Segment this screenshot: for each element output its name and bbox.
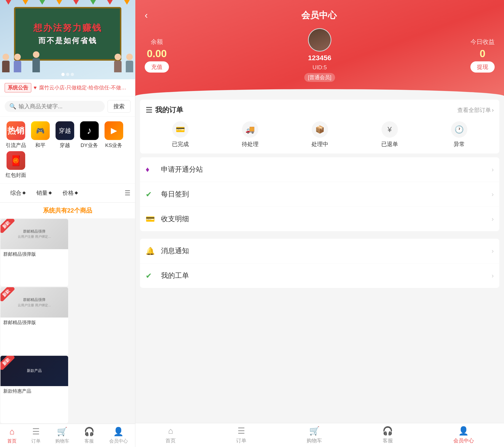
nav-left-home[interactable]: ⌂ 首页	[7, 427, 17, 444]
bottom-nav-right: ⌂ 首页 ☰ 订单 🛒 购物车 🎧 客服 👤 会员中心	[135, 423, 504, 447]
order-status-completed[interactable]: 💳 已完成	[172, 121, 189, 148]
member-info-row: 余额 0.00 充值 123456 UID:5 [普通会员] 今日收益 0 提现	[145, 28, 495, 82]
balance-value: 0.00	[147, 48, 167, 59]
product-card-3[interactable]: 新款产品 新款特惠产品	[0, 356, 68, 423]
sort-comprehensive[interactable]: 综合	[5, 187, 31, 198]
product-sub-1: 云用户注册 用户绑定...	[18, 235, 51, 239]
menu-item-checkin[interactable]: ✔ 每日签到 ›	[140, 182, 499, 207]
category-cross[interactable]: 穿越 穿越	[54, 121, 76, 149]
worksheet-arrow-icon: ›	[492, 272, 494, 280]
product-card-body-2: 群邮精品强弹版	[0, 318, 68, 328]
nav-left-service[interactable]: 🎧 客服	[84, 427, 94, 444]
category-peace[interactable]: 🎮 和平	[29, 121, 51, 149]
nav-right-member[interactable]: 👤 会员中心	[453, 426, 474, 444]
order-status-completed-label: 已完成	[172, 141, 189, 148]
back-button[interactable]: ‹	[145, 10, 148, 20]
banner-dot-2[interactable]	[66, 73, 69, 76]
finance-label: 收支明细	[161, 214, 492, 224]
menu-item-finance[interactable]: 💳 收支明细 ›	[140, 207, 499, 231]
order-icon: ☰	[32, 427, 40, 436]
notification-label: 消息通知	[161, 246, 492, 256]
nav-right-order[interactable]: ☰ 订单	[236, 426, 246, 444]
order-status-processing-icon: 📦	[312, 121, 328, 138]
order-status-abnormal-label: 异常	[454, 141, 465, 148]
order-status-abnormal[interactable]: 🕐 异常	[451, 121, 467, 148]
category-hongbao-label: 红包封面	[6, 172, 26, 179]
category-hot-icon: 热销	[6, 121, 25, 140]
member-username: 123456	[308, 54, 331, 62]
nav-left-service-label: 客服	[85, 438, 94, 444]
category-hot[interactable]: 热销 引流产品	[5, 121, 27, 149]
category-peace-icon: 🎮	[31, 121, 50, 140]
category-hot-label: 引流产品	[6, 142, 26, 149]
avatar-image	[309, 29, 331, 51]
nav-left-cart[interactable]: 🛒 购物车	[55, 427, 69, 444]
sort-price[interactable]: 价格	[57, 187, 83, 198]
banner-dot-1[interactable]	[61, 73, 65, 76]
order-status-pending[interactable]: 🚚 待处理	[242, 121, 258, 148]
grid-view-icon[interactable]: ☰	[125, 189, 130, 197]
category-ks[interactable]: ▶ KS业务	[103, 121, 125, 149]
menu-item-notification[interactable]: 🔔 消息通知 ›	[140, 239, 499, 263]
char-1-head	[2, 54, 9, 60]
nav-right-cart[interactable]: 🛒 购物车	[306, 426, 322, 444]
finance-arrow-icon: ›	[492, 215, 494, 223]
nav-right-home[interactable]: ⌂ 首页	[165, 426, 176, 444]
sort-comprehensive-label: 综合	[10, 189, 21, 197]
category-cross-label: 穿越	[60, 142, 70, 149]
product-text-1: 群邮精品强弹	[23, 229, 46, 234]
header-wave	[135, 89, 504, 96]
products-count-header: 系统共有22个商品	[0, 203, 135, 218]
announcement-bar: 系统公告 ♥ 腐竹云小店-只做稳定-给你信任-不做跑路狗-售后稳定	[0, 79, 135, 96]
char-2-head	[14, 54, 21, 60]
nav-right-member-icon: 👤	[458, 426, 469, 436]
orders-icons-row: 💳 已完成 🚚 待处理 📦 处理中 ¥ 已退单 🕐 异常	[145, 121, 494, 148]
menu-item-worksheet[interactable]: ✔ 我的工单 ›	[140, 263, 499, 288]
order-status-processing-label: 处理中	[311, 141, 328, 148]
view-all-orders-text: 查看全部订单	[457, 106, 491, 114]
product-text-2: 群邮精品强弹	[23, 297, 46, 302]
sort-comprehensive-icon	[22, 191, 26, 195]
category-dy-icon: ♪	[80, 121, 99, 140]
member-avatar-section: 123456 UID:5 [普通会员]	[304, 28, 335, 82]
nav-left-order[interactable]: ☰ 订单	[31, 427, 41, 444]
sort-price-icon	[75, 191, 78, 195]
category-dy[interactable]: ♪ DY业务	[78, 121, 100, 149]
banner-dot-3[interactable]	[71, 73, 74, 76]
announcement-heart-icon: ♥	[34, 85, 37, 91]
order-status-pending-label: 待处理	[242, 141, 258, 148]
product-thumb-3: 新款产品	[0, 356, 68, 386]
view-all-orders-link[interactable]: 查看全部订单 ›	[457, 106, 494, 114]
char-4	[124, 54, 135, 72]
search-input-wrap[interactable]: 🔍	[5, 101, 105, 112]
nav-right-service-icon: 🎧	[382, 426, 393, 436]
menu-section-1: ♦ 申请开通分站 › ✔ 每日签到 › 💳 收支明细 ›	[140, 157, 499, 231]
search-input[interactable]	[19, 103, 100, 110]
product-card-2[interactable]: 群邮精品强弹 云用户注册 用户绑定... 群邮精品强弹版	[0, 287, 68, 355]
product-name-2: 群邮精品强弹版	[3, 319, 65, 326]
order-status-refunded[interactable]: ¥ 已退单	[381, 121, 398, 148]
search-button[interactable]: 搜索	[108, 100, 130, 113]
nav-left-order-label: 订单	[31, 438, 41, 444]
orders-section: ☰ 我的订单 查看全部订单 › 💳 已完成 🚚 待处理 📦	[140, 100, 499, 154]
product-card-1[interactable]: 群邮精品强弹 云用户注册 用户绑定... 群邮精品强弹版	[0, 219, 68, 286]
service-icon: 🎧	[84, 427, 94, 436]
flag-2	[23, 0, 28, 5]
nav-left-member-label: 会员中心	[109, 438, 128, 444]
menu-item-subsite[interactable]: ♦ 申请开通分站 ›	[140, 157, 499, 182]
flag-4	[56, 0, 62, 5]
member-center-title: 会员中心	[152, 9, 485, 21]
sort-sales[interactable]: 销量	[31, 187, 57, 198]
withdraw-button[interactable]: 提现	[470, 61, 495, 72]
checkin-icon: ✔	[145, 190, 157, 199]
nav-left-member[interactable]: 👤 会员中心	[109, 427, 128, 444]
sort-sales-icon	[49, 191, 52, 195]
char-3-body	[114, 61, 122, 72]
recharge-button[interactable]: 充值	[145, 61, 169, 72]
flag-1	[6, 0, 11, 5]
category-hongbao[interactable]: 🧧 红包封面	[5, 151, 27, 179]
nav-right-service[interactable]: 🎧 客服	[382, 426, 393, 444]
nav-right-cart-icon: 🛒	[309, 426, 320, 436]
order-status-processing[interactable]: 📦 处理中	[311, 121, 328, 148]
char-4-body	[126, 61, 133, 72]
